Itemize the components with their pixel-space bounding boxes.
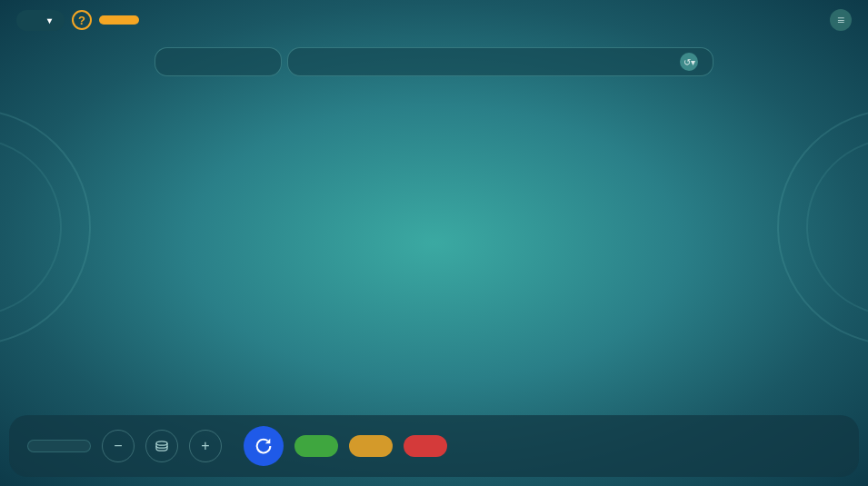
chevron-down-icon: ▾ <box>47 15 52 25</box>
play-button[interactable] <box>244 426 284 466</box>
balance-display <box>812 14 815 27</box>
svg-point-0 <box>156 441 167 445</box>
green-button[interactable] <box>294 435 338 457</box>
pegs-board <box>244 84 625 342</box>
help-icon[interactable]: ? <box>72 10 92 30</box>
history-bar: ↺▾ <box>287 47 713 76</box>
bet-stack-button[interactable] <box>145 430 178 462</box>
info-row: ↺▾ <box>0 47 868 76</box>
bottom-bar: − + <box>9 415 859 477</box>
game-selector[interactable]: ▾ <box>16 10 65 31</box>
pins-indicator[interactable] <box>155 47 282 76</box>
top-bar: ▾ ? ≡ <box>0 0 868 40</box>
game-board <box>0 84 868 348</box>
menu-button[interactable]: ≡ <box>830 9 852 31</box>
red-button[interactable] <box>404 435 447 457</box>
how-to-play-button[interactable] <box>99 15 139 25</box>
bet-decrease-button[interactable]: − <box>102 430 135 462</box>
bet-display <box>27 440 91 452</box>
refresh-icon <box>254 436 274 456</box>
bet-increase-button[interactable]: + <box>189 430 222 462</box>
yellow-button[interactable] <box>349 435 393 457</box>
history-icon[interactable]: ↺▾ <box>680 53 698 71</box>
